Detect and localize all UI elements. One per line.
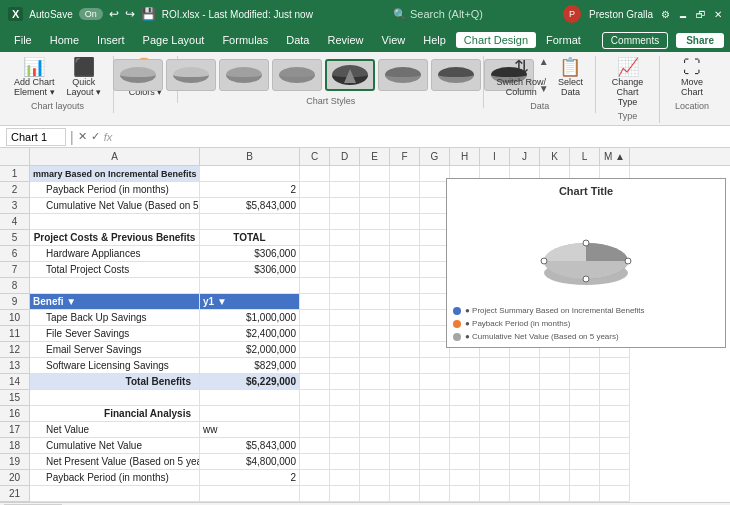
cell-c8[interactable]: [300, 278, 330, 294]
cell-l15[interactable]: [570, 390, 600, 406]
search-box[interactable]: 🔍 Search (Alt+Q): [393, 8, 483, 21]
cell-e16[interactable]: [360, 406, 390, 422]
cell-h13[interactable]: [450, 358, 480, 374]
cell-h15[interactable]: [450, 390, 480, 406]
cell-k20[interactable]: [540, 470, 570, 486]
cell-b9[interactable]: y1 ▼: [200, 294, 300, 310]
comments-button[interactable]: Comments: [602, 32, 668, 49]
cell-a12[interactable]: Email Server Savings: [30, 342, 200, 358]
cell-f12[interactable]: [390, 342, 420, 358]
row-header-20[interactable]: 20: [0, 470, 30, 486]
cell-c2[interactable]: [300, 182, 330, 198]
cell-g13[interactable]: [420, 358, 450, 374]
cell-g18[interactable]: [420, 438, 450, 454]
cell-j18[interactable]: [510, 438, 540, 454]
cell-f17[interactable]: [390, 422, 420, 438]
chart-style-4[interactable]: [272, 59, 322, 91]
row-header-13[interactable]: 13: [0, 358, 30, 374]
cell-c11[interactable]: [300, 326, 330, 342]
cell-c15[interactable]: [300, 390, 330, 406]
cell-i14[interactable]: [480, 374, 510, 390]
chart-style-3[interactable]: [219, 59, 269, 91]
cell-e10[interactable]: [360, 310, 390, 326]
row-header-9[interactable]: 9: [0, 294, 30, 310]
switch-row-column-button[interactable]: ⇅ Switch Row/Column: [492, 56, 550, 99]
cell-j17[interactable]: [510, 422, 540, 438]
cell-b16[interactable]: [200, 406, 300, 422]
cell-c7[interactable]: [300, 262, 330, 278]
save-icon[interactable]: 💾: [141, 7, 156, 21]
cell-e15[interactable]: [360, 390, 390, 406]
menu-insert[interactable]: Insert: [89, 32, 133, 48]
cell-i16[interactable]: [480, 406, 510, 422]
cell-g14[interactable]: [420, 374, 450, 390]
col-header-h[interactable]: H: [450, 148, 480, 165]
cell-i19[interactable]: [480, 454, 510, 470]
cell-f9[interactable]: [390, 294, 420, 310]
chart-style-6[interactable]: [378, 59, 428, 91]
cell-c9[interactable]: [300, 294, 330, 310]
cell-b1[interactable]: [200, 166, 300, 182]
row-header-17[interactable]: 17: [0, 422, 30, 438]
cell-m21[interactable]: [600, 486, 630, 502]
cell-a16[interactable]: Financial Analysis: [30, 406, 200, 422]
chart-style-7[interactable]: [431, 59, 481, 91]
cell-e4[interactable]: [360, 214, 390, 230]
row-header-15[interactable]: 15: [0, 390, 30, 406]
cell-d13[interactable]: [330, 358, 360, 374]
menu-chart-design[interactable]: Chart Design: [456, 32, 536, 48]
cell-c12[interactable]: [300, 342, 330, 358]
cell-m14[interactable]: [600, 374, 630, 390]
menu-help[interactable]: Help: [415, 32, 454, 48]
cell-j21[interactable]: [510, 486, 540, 502]
cell-m19[interactable]: [600, 454, 630, 470]
row-header-8[interactable]: 8: [0, 278, 30, 294]
cell-h21[interactable]: [450, 486, 480, 502]
cell-c20[interactable]: [300, 470, 330, 486]
cell-a19[interactable]: Net Present Value (Based on 5 years): [30, 454, 200, 470]
cell-b6[interactable]: $306,000: [200, 246, 300, 262]
cell-d4[interactable]: [330, 214, 360, 230]
cell-f16[interactable]: [390, 406, 420, 422]
cell-c10[interactable]: [300, 310, 330, 326]
cell-c18[interactable]: [300, 438, 330, 454]
cell-c19[interactable]: [300, 454, 330, 470]
menu-format[interactable]: Format: [538, 32, 589, 48]
col-header-j[interactable]: J: [510, 148, 540, 165]
row-header-3[interactable]: 3: [0, 198, 30, 214]
autosave-toggle[interactable]: On: [79, 8, 103, 20]
cell-d8[interactable]: [330, 278, 360, 294]
cell-c13[interactable]: [300, 358, 330, 374]
cell-a7[interactable]: Total Project Costs: [30, 262, 200, 278]
menu-file[interactable]: File: [6, 32, 40, 48]
cell-f3[interactable]: [390, 198, 420, 214]
cell-e5[interactable]: [360, 230, 390, 246]
cell-d12[interactable]: [330, 342, 360, 358]
change-chart-type-button[interactable]: 📈 ChangeChartType: [608, 56, 648, 109]
cell-c14[interactable]: [300, 374, 330, 390]
cell-c1[interactable]: [300, 166, 330, 182]
redo-icon[interactable]: ↪: [125, 7, 135, 21]
row-header-12[interactable]: 12: [0, 342, 30, 358]
cell-b20[interactable]: 2: [200, 470, 300, 486]
cell-c6[interactable]: [300, 246, 330, 262]
user-avatar[interactable]: P: [563, 5, 581, 23]
cell-g16[interactable]: [420, 406, 450, 422]
chart-object[interactable]: Chart Title: [446, 178, 726, 348]
cell-d21[interactable]: [330, 486, 360, 502]
cell-e11[interactable]: [360, 326, 390, 342]
cell-f15[interactable]: [390, 390, 420, 406]
cell-b21[interactable]: [200, 486, 300, 502]
cell-b2[interactable]: 2: [200, 182, 300, 198]
col-header-f[interactable]: F: [390, 148, 420, 165]
menu-page-layout[interactable]: Page Layout: [135, 32, 213, 48]
cell-j20[interactable]: [510, 470, 540, 486]
cell-c4[interactable]: [300, 214, 330, 230]
col-header-k[interactable]: K: [540, 148, 570, 165]
cell-b18[interactable]: $5,843,000: [200, 438, 300, 454]
row-header-14[interactable]: 14: [0, 374, 30, 390]
cell-d16[interactable]: [330, 406, 360, 422]
row-header-19[interactable]: 19: [0, 454, 30, 470]
cell-d5[interactable]: [330, 230, 360, 246]
cell-j14[interactable]: [510, 374, 540, 390]
